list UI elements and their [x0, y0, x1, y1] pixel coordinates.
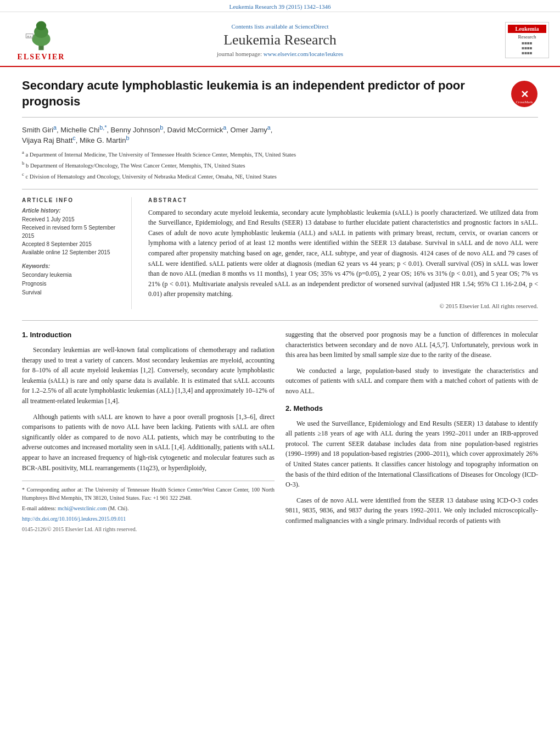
keyword-2: Prognosis: [22, 280, 121, 288]
svg-text:ELS: ELS: [27, 35, 32, 38]
section1-right-para2: We conducted a large, population-based s…: [285, 366, 538, 397]
available-date: Available online 12 September 2015: [22, 248, 121, 256]
abstract-heading: ABSTRACT: [148, 197, 538, 203]
badge-subtitle: Research: [508, 34, 546, 40]
affiliation-c: c c Division of Hematology and Oncology,…: [22, 171, 538, 181]
main-content: 1. Introduction Secondary leukemias are …: [22, 320, 538, 535]
homepage-link[interactable]: www.elsevier.com/locate/leukres: [264, 51, 343, 57]
email-label: E-mail address:: [22, 505, 56, 511]
right-column: suggesting that the observed poor progno…: [285, 330, 538, 535]
sciencedirect-link[interactable]: ScienceDirect: [295, 23, 329, 30]
crossmark-icon: ✕ CrossMark: [511, 80, 538, 108]
section2-title: 2. Methods: [285, 403, 538, 414]
article-title: Secondary acute lymphoblastic leukemia i…: [22, 78, 500, 109]
footnotes: * Corresponding author at: The Universit…: [22, 481, 275, 533]
citation-bar: Leukemia Research 39 (2015) 1342–1346: [0, 0, 560, 12]
affiliation-a: a a Department of Internal Medicine, The…: [22, 149, 538, 159]
affiliations: a a Department of Internal Medicine, The…: [22, 149, 538, 181]
section2-para1: We used the Surveillance, Epidemiology a…: [285, 419, 538, 490]
article-info-column: ARTICLE INFO Article history: Received 1…: [22, 197, 132, 309]
email-link[interactable]: mchi@westclinic.com: [58, 505, 107, 511]
svg-text:✕: ✕: [520, 89, 529, 100]
authors-line: Smith Giria, Michelle Chib,*, Benny John…: [22, 124, 538, 144]
email-note: E-mail address: mchi@westclinic.com (M. …: [22, 504, 275, 512]
journal-logo-right: Leukemia Research ■■■■■■■■■■■■: [489, 22, 549, 58]
revised-date: Received in revised form 5 September 201…: [22, 224, 121, 240]
keyword-3: Survival: [22, 288, 121, 297]
section1-right-para1: suggesting that the observed poor progno…: [285, 330, 538, 360]
svg-point-3: [36, 21, 46, 31]
keywords-list: Secondary leukemia Prognosis Survival: [22, 271, 121, 297]
affiliation-b: b b Department of Hematology/Oncology, T…: [22, 160, 538, 170]
leukemia-badge: Leukemia Research ■■■■■■■■■■■■: [505, 22, 549, 58]
corresponding-author-note: * Corresponding author at: The Universit…: [22, 486, 275, 502]
abstract-copyright: © 2015 Elsevier Ltd. All rights reserved…: [148, 303, 538, 309]
abstract-column: ABSTRACT Compared to secondary acute mye…: [148, 197, 538, 309]
crossmark-logo[interactable]: ✕ CrossMark: [511, 80, 538, 108]
article-body: Secondary acute lymphoblastic leukemia i…: [0, 67, 560, 546]
doi-line: http://dx.doi.org/10.1016/j.leukres.2015…: [22, 515, 275, 523]
badge-icon: ■■■■■■■■■■■■: [508, 41, 546, 55]
journal-header: ELS ELSEVIER Contents lists available at…: [0, 12, 560, 67]
journal-homepage: journal homepage: www.elsevier.com/locat…: [71, 51, 489, 57]
info-abstract-section: ARTICLE INFO Article history: Received 1…: [22, 189, 538, 309]
article-history-label: Article history:: [22, 208, 121, 214]
article-history-block: Article history: Received 1 July 2015 Re…: [22, 208, 121, 256]
article-info-heading: ARTICLE INFO: [22, 197, 121, 203]
section2-para2: Cases of de novo ALL were identified fro…: [285, 495, 538, 526]
section1-title: 1. Introduction: [22, 330, 275, 341]
author-martin: Martin: [106, 136, 126, 144]
citation-text: Leukemia Research 39 (2015) 1342–1346: [229, 3, 331, 10]
svg-text:CrossMark: CrossMark: [516, 100, 533, 104]
keywords-block: Keywords: Secondary leukemia Prognosis S…: [22, 263, 121, 297]
sciencedirect-line: Contents lists available at ScienceDirec…: [71, 23, 489, 30]
abstract-text: Compared to secondary acute myeloid leuk…: [148, 208, 538, 299]
doi-link[interactable]: http://dx.doi.org/10.1016/j.leukres.2015…: [22, 516, 126, 522]
email-suffix: (M. Chi).: [108, 505, 129, 511]
section1-para1: Secondary leukemias are well-known fatal…: [22, 345, 275, 406]
badge-title: Leukemia: [508, 25, 546, 33]
elsevier-logo: ELS ELSEVIER: [11, 19, 71, 62]
elsevier-label: ELSEVIER: [18, 53, 65, 62]
received-date: Received 1 July 2015: [22, 215, 121, 224]
title-section: Secondary acute lymphoblastic leukemia i…: [22, 78, 538, 118]
keywords-label: Keywords:: [22, 263, 121, 269]
issn-line: 0145-2126/© 2015 Elsevier Ltd. All right…: [22, 525, 275, 533]
left-column: 1. Introduction Secondary leukemias are …: [22, 330, 275, 535]
journal-center: Contents lists available at ScienceDirec…: [71, 23, 489, 57]
keyword-1: Secondary leukemia: [22, 271, 121, 280]
section1-para2: Although patients with sALL are known to…: [22, 412, 275, 473]
accepted-date: Accepted 8 September 2015: [22, 240, 121, 248]
elsevier-tree-icon: ELS: [19, 19, 63, 52]
journal-title: Leukemia Research: [71, 32, 489, 48]
